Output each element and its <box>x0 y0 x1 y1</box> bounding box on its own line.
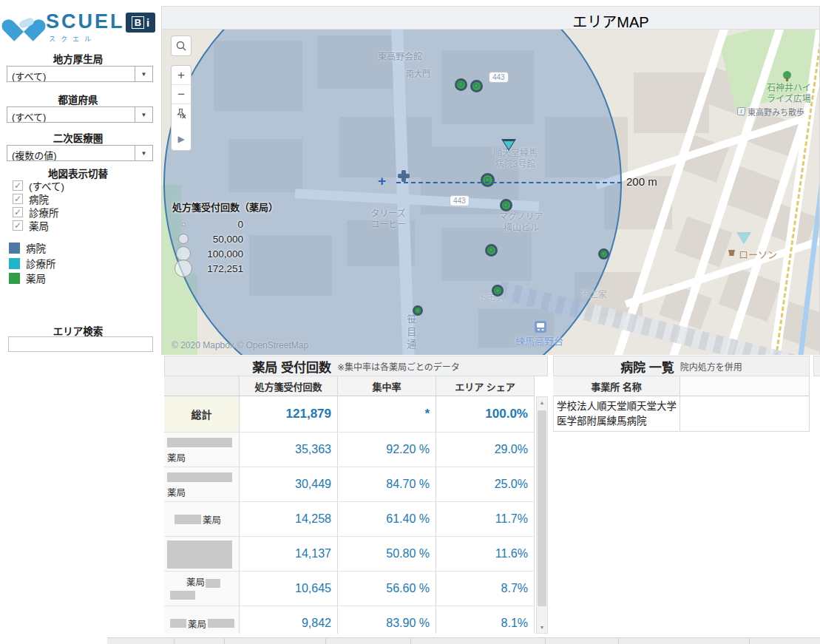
size-circle-icon <box>174 260 192 277</box>
concentration-value: 92.20 % <box>338 433 436 467</box>
checkbox-icon[interactable]: ✓ <box>13 194 23 204</box>
area-map[interactable]: 東高野会館南大門順天堂練馬 病院3号館タリーズ コーヒーマグノリア 横山ビル笹目… <box>161 30 820 355</box>
map-label: 笹目通 <box>404 314 416 352</box>
map-label: 順天堂練馬 病院3号館 <box>493 148 538 170</box>
info-icon: i <box>737 107 745 115</box>
prefecture-dropdown[interactable]: (すべて) ▼ <box>7 106 153 123</box>
legend-item-clinic: 診療所 <box>9 257 56 269</box>
logo-text: SCUEL <box>46 10 125 33</box>
pharmacy-marker[interactable] <box>492 285 504 296</box>
pharmacy-table-header: 処方箋受付回数 集中率 エリア シェア <box>164 376 535 396</box>
table-row[interactable]: 14,137 50.80 % 11.6% <box>164 537 535 572</box>
pharmacy-marker[interactable] <box>598 248 609 260</box>
row-label: 薬局 <box>164 433 240 467</box>
pharmacy-marker[interactable] <box>485 244 498 257</box>
map-label: 南大門 <box>406 70 430 80</box>
zoom-in-button[interactable]: + <box>172 66 191 85</box>
pin-toggle-button[interactable] <box>172 104 191 123</box>
map-label: タリーズ コーヒー <box>370 209 406 231</box>
size-legend: 処方箋受付回数（薬局） 0 50,000 100,000 172,251 <box>172 200 278 276</box>
clinic-color-swatch <box>9 258 20 269</box>
redacted-text <box>170 591 195 600</box>
table-row-total[interactable]: 総計 121,879 * 100.0% <box>164 396 535 433</box>
map-search-button[interactable] <box>171 35 192 56</box>
medical-area-dropdown[interactable]: (複数の値) ▼ <box>7 145 153 161</box>
concentration-value: 56.60 % <box>338 572 436 606</box>
expand-controls-button[interactable]: ▶ <box>172 123 191 150</box>
table-row[interactable]: 薬局 35,363 92.20 % 29.0% <box>164 433 535 467</box>
concentration-value: 83.90 % <box>338 606 436 634</box>
zoom-out-button[interactable]: − <box>172 85 191 104</box>
sidebar: SCUEL スクエル B i 地方厚生局 (すべて) ▼ 都道府県 (すべて) … <box>0 0 161 644</box>
redacted-text <box>206 579 220 588</box>
redacted-text <box>167 438 232 447</box>
table-scrollbar[interactable]: ▲ ▼ <box>536 396 548 634</box>
scroll-down-arrow[interactable]: ▼ <box>537 622 547 633</box>
column-header-office-name: 事業所 名称 <box>553 376 680 396</box>
size-circle-icon <box>178 234 189 244</box>
column-header-concentration: 集中率 <box>338 376 436 396</box>
reception-value: 14,137 <box>240 537 338 572</box>
table-row[interactable]: 薬局 14,258 61.40 % 11.7% <box>164 502 535 537</box>
bi-badge: B i <box>126 13 155 33</box>
share-value: 8.7% <box>436 572 535 606</box>
legend-item-pharmacy: 薬局 <box>9 272 46 284</box>
map-label: 東高野みち散歩 <box>748 108 804 118</box>
pharmacy-marker[interactable] <box>481 173 495 187</box>
map-label: ローソン <box>739 249 777 261</box>
checkbox-all[interactable]: ✓ (すべて) <box>13 180 64 191</box>
checkbox-icon[interactable]: ✓ <box>13 180 23 191</box>
chevron-down-icon[interactable]: ▼ <box>135 67 152 81</box>
concentration-value: 50.80 % <box>338 537 436 572</box>
row-label: 薬局 <box>164 606 240 634</box>
redacted-text <box>167 540 232 569</box>
chevron-down-icon[interactable]: ▼ <box>135 107 152 122</box>
table-row[interactable]: 学校法人順天堂順天堂大学医学部附属練馬病院 <box>553 396 810 432</box>
map-annotations: 東高野会館南大門順天堂練馬 病院3号館タリーズ コーヒーマグノリア 横山ビル笹目… <box>162 30 819 355</box>
redacted-text <box>170 619 186 628</box>
checkbox-clinic[interactable]: ✓ 診療所 <box>13 206 59 218</box>
pharmacy-marker[interactable] <box>470 80 483 92</box>
row-label: 薬局 <box>164 502 240 537</box>
route-shield: 443 <box>450 195 470 206</box>
table-row[interactable]: 薬局 30,449 84.70 % 25.0% <box>164 467 535 502</box>
map-attribution[interactable]: © 2020 Mapbox © OpenStreetMap <box>172 340 308 350</box>
column-header-share: エリア シェア <box>436 376 535 396</box>
pharmacy-marker[interactable] <box>455 78 467 91</box>
pharmacy-marker[interactable] <box>413 305 423 316</box>
checkbox-hospital[interactable]: ✓ 病院 <box>13 193 49 205</box>
table-row[interactable]: 薬局 9,842 83.90 % 8.1% <box>164 606 535 634</box>
reception-value: 9,842 <box>240 606 338 634</box>
hospital-color-swatch <box>9 243 20 254</box>
map-label: 石神井ハイ ライズ広場 <box>767 83 811 105</box>
pharmacy-marker[interactable] <box>500 199 512 211</box>
pharmacy-color-swatch <box>9 273 20 284</box>
dashboard: SCUEL スクエル B i 地方厚生局 (すべて) ▼ 都道府県 (すべて) … <box>0 0 820 644</box>
size-circle-icon <box>176 246 191 261</box>
scroll-up-arrow[interactable]: ▲ <box>537 397 547 408</box>
regional-bureau-dropdown[interactable]: (すべて) ▼ <box>7 66 153 82</box>
table-row[interactable]: 薬局 10,645 56.60 % 8.7% <box>164 572 535 606</box>
checkbox-pharmacy[interactable]: ✓ 薬局 <box>13 220 49 231</box>
concentration-value: 84.70 % <box>338 467 436 502</box>
share-value: 29.0% <box>436 433 535 467</box>
hospital-table-header: 事業所 名称 <box>553 376 810 396</box>
search-icon <box>175 40 187 52</box>
area-search-input[interactable] <box>8 336 153 352</box>
map-title: エリアMAP <box>572 10 648 32</box>
share-value: 100.0% <box>436 396 535 433</box>
checkbox-icon[interactable]: ✓ <box>13 220 23 231</box>
chevron-down-icon[interactable]: ▼ <box>135 146 152 160</box>
map-label: 東高野会館 <box>378 52 422 63</box>
row-label: 薬局 <box>164 467 240 502</box>
row-label: 薬局 <box>164 572 240 606</box>
cart-icon <box>728 250 735 256</box>
measure-distance-label: 200 m <box>626 175 657 188</box>
scrollbar-thumb[interactable] <box>538 410 546 606</box>
share-value: 25.0% <box>436 467 535 502</box>
reception-value: 35,363 <box>240 433 338 467</box>
checkbox-icon[interactable]: ✓ <box>13 207 23 217</box>
column-header-reception: 処方箋受付回数 <box>240 376 338 396</box>
share-value: 8.1% <box>436 606 535 634</box>
hospital-marker[interactable] <box>398 170 410 182</box>
